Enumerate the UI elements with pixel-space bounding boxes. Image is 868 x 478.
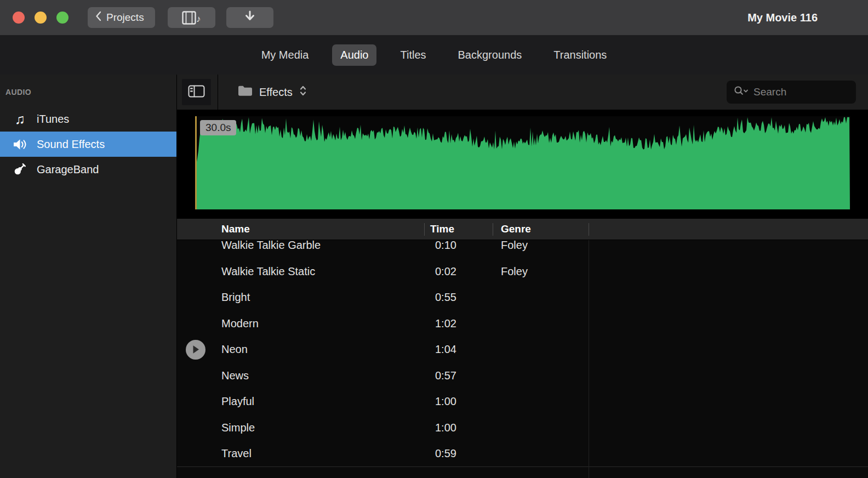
music-note-icon: ♫ [12,112,27,126]
waveform-panel[interactable]: 30.0s [195,116,850,209]
row-time: 1:00 [425,422,493,434]
download-arrow-icon [244,10,255,26]
sidebar-item-label: GarageBand [37,163,99,176]
row-gutter [177,340,221,360]
column-separator [493,223,493,236]
window-title: My Movie 116 [747,12,818,24]
sidebar-list: ♫iTunesSound EffectsGarageBand [0,106,176,182]
tab-titles[interactable]: Titles [392,44,434,66]
row-time: 1:02 [425,317,493,330]
duration-badge: 30.0s [200,120,236,135]
table-row[interactable]: Modern1:02 [177,311,868,337]
table-row[interactable]: News0:57 [177,363,868,389]
search-icon [733,86,749,99]
sidebar-header: AUDIO [5,88,176,96]
sidebar-item-garageband[interactable]: GarageBand [0,157,176,182]
content-area: Effects Search [177,75,868,478]
sidebar-toggle-icon [188,85,205,99]
row-name: Modern [221,317,425,330]
column-header-name[interactable]: Name [221,223,425,235]
row-time: 0:10 [425,240,493,252]
tab-transitions[interactable]: Transitions [545,44,615,66]
chevron-left-icon [95,11,101,24]
table-row[interactable]: Neon1:04 [177,337,868,363]
projects-back-button[interactable]: Projects [88,7,155,28]
tab-audio[interactable]: Audio [332,44,376,66]
column-header-time[interactable]: Time [425,223,493,235]
import-button[interactable] [226,7,273,28]
row-name: News [221,369,425,382]
sidebar-item-label: iTunes [37,113,69,126]
search-input[interactable]: Search [727,81,856,104]
tab-backgrounds[interactable]: Backgrounds [450,44,530,66]
table-row[interactable]: Simple1:00 [177,415,868,441]
speaker-icon [12,138,27,151]
guitar-icon [12,163,27,176]
row-genre: Foley [493,265,589,278]
film-music-icon: ♪ [182,11,201,25]
waveform [195,116,850,209]
column-header-genre[interactable]: Genre [493,223,589,235]
row-time: 0:02 [425,265,493,278]
row-name: Bright [221,291,425,304]
playhead[interactable] [195,116,197,209]
table-rows: Walkie Talkie Garble0:10FoleyWalkie Talk… [177,240,868,467]
sidebar: AUDIO ♫iTunesSound EffectsGarageBand [0,75,177,478]
table-header: Name Time Genre [177,219,868,240]
table-row[interactable]: Bright0:55 [177,284,868,311]
source-folder-picker[interactable]: Effects [238,84,307,100]
sidebar-toggle-button[interactable] [182,79,211,105]
table-row[interactable]: Travel0:59 [177,441,868,467]
genre-column-divider [589,240,589,478]
folder-icon [238,85,253,99]
column-separator [424,223,425,236]
main-area: AUDIO ♫iTunesSound EffectsGarageBand [0,75,868,478]
projects-back-label: Projects [106,12,144,24]
play-preview-button[interactable] [186,340,205,360]
toolbar-divider [218,75,218,110]
tab-bar: My MediaAudioTitlesBackgroundsTransition… [0,35,868,75]
close-button[interactable] [13,12,25,24]
table-body: Walkie Talkie Garble0:10FoleyWalkie Talk… [177,240,868,478]
column-separator [589,223,589,236]
window-controls [13,12,68,24]
row-name: Neon [221,343,425,356]
row-name: Walkie Talkie Garble [221,240,425,252]
row-name: Playful [221,395,425,408]
play-icon [192,345,199,354]
row-name: Simple [221,422,425,434]
content-toolbar: Effects Search [177,75,868,110]
row-name: Walkie Talkie Static [221,265,425,278]
row-time: 0:59 [425,447,493,460]
minimize-button[interactable] [35,12,47,24]
sidebar-item-sound-effects[interactable]: Sound Effects [0,132,176,157]
row-name: Travel [221,447,425,460]
tab-my-media[interactable]: My Media [253,44,317,66]
sidebar-item-label: Sound Effects [37,138,105,151]
sidebar-item-itunes[interactable]: ♫iTunes [0,106,176,132]
popup-chevrons-icon [299,84,307,100]
title-bar: Projects ♪ My Movie 116 [0,0,868,35]
search-placeholder: Search [753,86,786,98]
row-genre: Foley [493,240,589,252]
row-time: 0:57 [425,369,493,382]
source-folder-label: Effects [259,86,293,99]
row-time: 0:55 [425,291,493,304]
row-time: 1:04 [425,343,493,356]
table-row[interactable]: Walkie Talkie Static0:02Foley [177,259,868,285]
table-row[interactable]: Playful1:00 [177,389,868,415]
row-time: 1:00 [425,395,493,408]
media-browser-button[interactable]: ♪ [168,7,215,28]
audio-preview: 30.0s [177,110,868,219]
table-row[interactable]: Walkie Talkie Garble0:10Foley [177,240,868,259]
zoom-button[interactable] [56,12,68,24]
